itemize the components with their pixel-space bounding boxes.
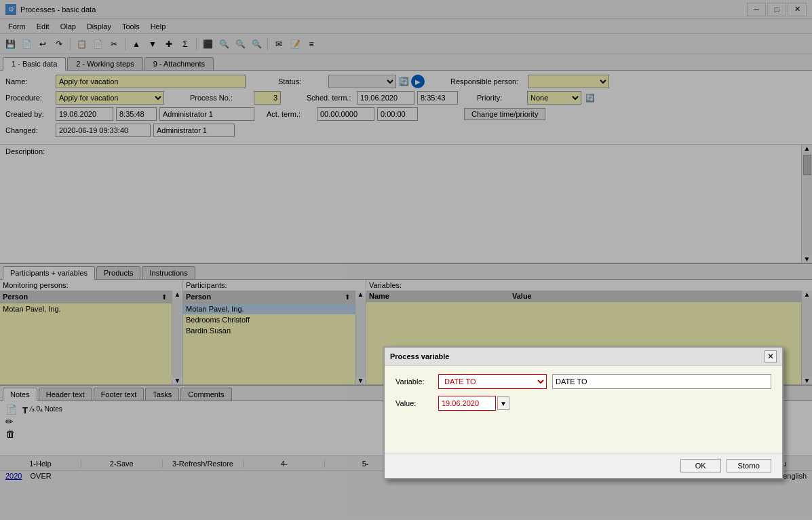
modal-overlay: Process variable ✕ Variable: DATE TO Val… xyxy=(0,0,812,481)
ok-button[interactable]: OK xyxy=(680,459,721,472)
variable-row: Variable: DATE TO xyxy=(395,374,771,389)
modal-title: Process variable xyxy=(390,352,449,360)
variable-select[interactable]: DATE TO xyxy=(438,374,547,389)
modal-spacer xyxy=(395,417,771,445)
date-value-input[interactable] xyxy=(438,396,496,411)
value-row: Value: ▼ xyxy=(395,396,771,411)
modal-close-button[interactable]: ✕ xyxy=(765,350,777,363)
process-variable-modal: Process variable ✕ Variable: DATE TO Val… xyxy=(383,346,784,479)
value-label: Value: xyxy=(395,399,433,407)
variable-text-input[interactable] xyxy=(552,374,771,389)
variable-label: Variable: xyxy=(395,377,433,386)
date-picker-button[interactable]: ▼ xyxy=(497,396,509,410)
modal-body: Variable: DATE TO Value: ▼ xyxy=(385,366,782,453)
modal-title-bar: Process variable ✕ xyxy=(385,348,782,366)
storno-button[interactable]: Storno xyxy=(727,459,771,472)
modal-footer: OK Storno xyxy=(385,453,782,478)
